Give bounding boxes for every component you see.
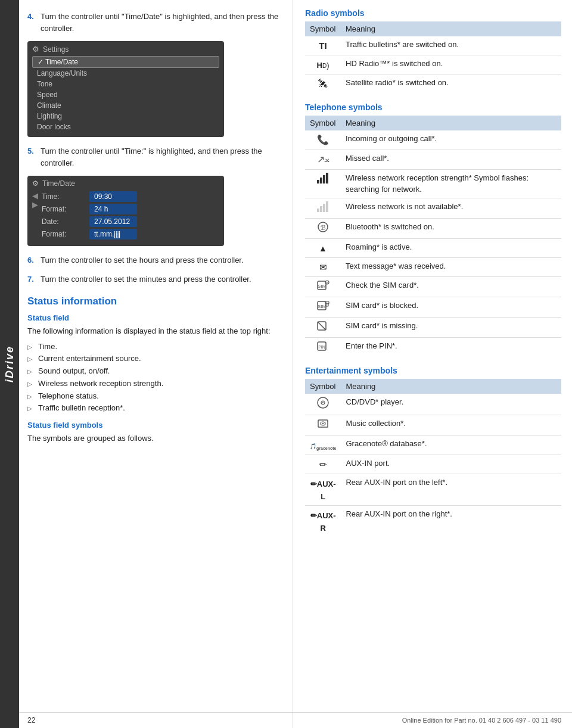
ent-sym-aux-l: ✏AUX-L: [305, 474, 341, 505]
entertainment-symbols-table: Symbol Meaning CD/DVD* player.: [305, 379, 561, 537]
td-label-format1: Format:: [42, 205, 89, 213]
screen2-mock: ⚙ Time/Date ◀▶ Time: 09:30 Format:: [27, 176, 224, 246]
td-value-format2: tt.mm.jjjj: [89, 229, 137, 239]
tel-meaning-signal: Wireless network reception strength* Sym…: [341, 170, 561, 198]
settings-gear-icon: ⚙: [32, 45, 39, 54]
tel-sym-call: 📞: [305, 130, 341, 150]
step-6: 6. Turn the controller to set the hours …: [27, 254, 282, 266]
table-row: HD) HD Radio™* is switched on.: [305, 55, 561, 74]
table-row: SIM SIM card* is blocked.: [305, 297, 561, 318]
menu-item-climate: Climate: [32, 100, 219, 111]
td-label-date: Date:: [42, 217, 89, 226]
svg-line-19: [318, 322, 326, 330]
radio-meaning-ti: Traffic bulletins* are switched on.: [341, 36, 561, 55]
entertainment-symbols-heading: Entertainment symbols: [305, 366, 561, 375]
table-row: SIM card* is missing.: [305, 318, 561, 338]
screen2-title: Time/Date: [42, 179, 75, 188]
ent-meaning-aux: AUX-IN port.: [341, 455, 561, 474]
table-row: ℬ Bluetooth* is switched on.: [305, 218, 561, 238]
status-info-heading: Status information: [27, 295, 282, 307]
tel-sym-missed: ↗✕: [305, 150, 341, 169]
bullet-traffic: Traffic bulletin reception*.: [27, 402, 282, 415]
tel-meaning-check-sim: Check the SIM card*.: [341, 277, 561, 297]
ent-sym-gracenote: 🎵gracenote: [305, 435, 341, 455]
radio-sym-ti: TI: [305, 36, 341, 55]
td-nav-icon: ◀▶: [32, 191, 38, 209]
radio-meaning-sat: Satellite radio* is switched on.: [341, 74, 561, 94]
td-label-format2: Format:: [42, 230, 89, 238]
screen2-icon: ⚙: [32, 179, 39, 188]
step-6-text: Turn the controller to set the hours and…: [41, 254, 244, 266]
idrive-label: iDrive: [4, 346, 16, 382]
screen1-mock: ⚙ Settings ✓ Time/Date Language/Units To…: [27, 41, 224, 137]
ent-meaning-aux-l: Rear AUX-IN port on the left*.: [341, 474, 561, 505]
table-row: TI Traffic bulletins* are switched on.: [305, 36, 561, 55]
step-4: 4. Turn the controller until "Time/Date"…: [27, 11, 282, 34]
step-4-num: 4.: [27, 11, 41, 34]
svg-rect-1: [320, 178, 322, 183]
bullet-sound: Sound output, on/off.: [27, 365, 282, 378]
tel-sym-roaming: ▲: [305, 238, 341, 258]
tel-meaning-roaming: Roaming* is active.: [341, 238, 561, 258]
radio-col-symbol: Symbol: [305, 21, 341, 36]
settings-menu: ✓ Time/Date Language/Units Tone Speed Cl…: [32, 56, 219, 132]
td-value-time: 09:30: [89, 191, 137, 202]
telephone-symbols-table: Symbol Meaning 📞 Incoming or outgoing ca…: [305, 116, 561, 358]
status-field-symbols-heading: Status field symbols: [27, 421, 282, 430]
tel-meaning-sim-missing: SIM card* is missing.: [341, 318, 561, 338]
svg-rect-6: [323, 204, 325, 212]
telephone-symbols-heading: Telephone symbols: [305, 102, 561, 112]
screen1-title: Settings: [43, 45, 69, 54]
ent-sym-cd: [305, 394, 341, 415]
table-row: PIN Enter the PIN*.: [305, 338, 561, 358]
table-row: ✏AUX-R Rear AUX-IN port on the right*.: [305, 506, 561, 537]
svg-rect-5: [320, 206, 322, 212]
idrive-tab: iDrive: [0, 0, 19, 728]
menu-item-timedate: ✓ Time/Date: [32, 56, 219, 68]
svg-text:SIM: SIM: [318, 284, 327, 289]
td-value-date: 27.05.2012: [89, 216, 137, 227]
step-7-num: 7.: [27, 273, 41, 285]
tel-meaning-no-signal: Wireless network is not available*.: [341, 198, 561, 218]
status-field-heading: Status field: [27, 313, 282, 322]
table-row: 📞 Incoming or outgoing call*.: [305, 130, 561, 150]
page-number: 22: [27, 716, 35, 724]
menu-item-doorlocks: Door locks: [32, 122, 219, 132]
svg-rect-2: [323, 175, 325, 183]
svg-text:PIN: PIN: [318, 345, 325, 349]
step-5-num: 5.: [27, 145, 41, 169]
svg-rect-7: [326, 201, 328, 212]
ent-meaning-gracenote: Gracenote® database*.: [341, 435, 561, 455]
table-row: Wireless network is not available*.: [305, 198, 561, 218]
tel-sym-sim-missing: [305, 318, 341, 338]
step-7: 7. Turn the controller to set the minute…: [27, 273, 282, 285]
svg-rect-4: [317, 209, 319, 212]
radio-sym-hd: HD): [305, 55, 341, 74]
table-row: ✏ AUX-IN port.: [305, 455, 561, 474]
footer-text: Online Edition for Part no. 01 40 2 606 …: [402, 717, 561, 724]
step-4-text: Turn the controller until "Time/Date" is…: [41, 11, 282, 34]
menu-item-tone: Tone: [32, 79, 219, 89]
tel-sym-sim-blocked: SIM: [305, 297, 341, 318]
table-row: ▲ Roaming* is active.: [305, 238, 561, 258]
tel-sym-bluetooth: ℬ: [305, 218, 341, 238]
svg-text:SIM: SIM: [318, 304, 327, 309]
bullet-entertainment: Current entertainment source.: [27, 353, 282, 365]
status-field-symbols-body: The symbols are grouped as follows.: [27, 433, 282, 444]
tel-meaning-pin: Enter the PIN*.: [341, 338, 561, 358]
status-field-bullets: Time. Current entertainment source. Soun…: [27, 341, 282, 415]
step-6-num: 6.: [27, 254, 41, 266]
tel-sym-signal: [305, 170, 341, 198]
status-field-body: The following information is displayed i…: [27, 325, 282, 337]
radio-meaning-hd: HD Radio™* is switched on.: [341, 55, 561, 74]
td-value-format1: 24 h: [89, 204, 137, 214]
tel-meaning-sms: Text message* was received.: [341, 258, 561, 277]
tel-sym-check-sim: SIM ?: [305, 277, 341, 297]
bullet-time: Time.: [27, 341, 282, 353]
td-label-time: Time:: [42, 192, 89, 201]
ent-sym-aux-r: ✏AUX-R: [305, 506, 341, 537]
table-row: Music collection*.: [305, 415, 561, 435]
table-row: SIM ? Check the SIM card*.: [305, 277, 561, 297]
tel-sym-no-signal: [305, 198, 341, 218]
svg-point-27: [322, 423, 324, 424]
